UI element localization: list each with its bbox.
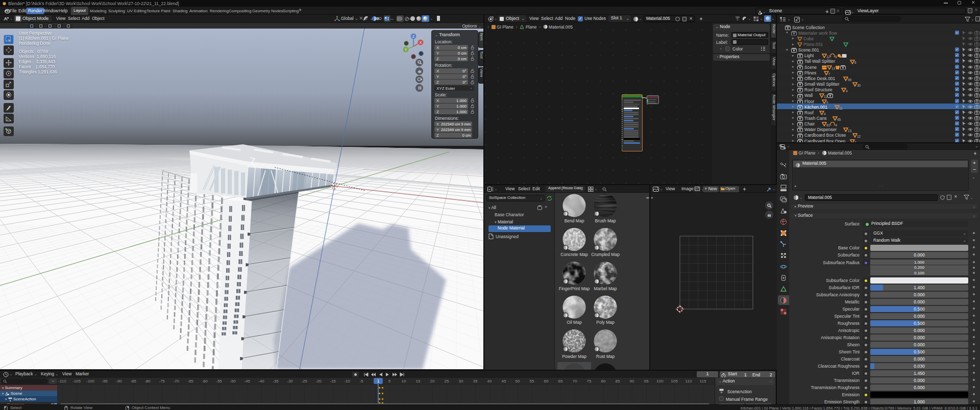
svg-text:Marbel Map: Marbel Map [594,286,617,291]
svg-text:Bend Map: Bend Map [565,218,584,223]
svg-text:Y: Y [405,48,407,52]
svg-text:Brush Map: Brush Map [595,218,616,223]
svg-text:Crumpled Map: Crumpled Map [591,252,620,257]
svg-text:Z: Z [412,35,415,38]
svg-text:FingerPrint Map: FingerPrint Map [559,286,590,291]
svg-text:Oil Map: Oil Map [567,320,582,325]
svg-text:Concrete Map: Concrete Map [560,252,588,257]
svg-text:Powder Map: Powder Map [562,354,586,359]
svg-text:Poly Map: Poly Map [596,320,615,325]
svg-text:Rust Map: Rust Map [596,354,615,359]
svg-text:X: X [420,41,422,44]
